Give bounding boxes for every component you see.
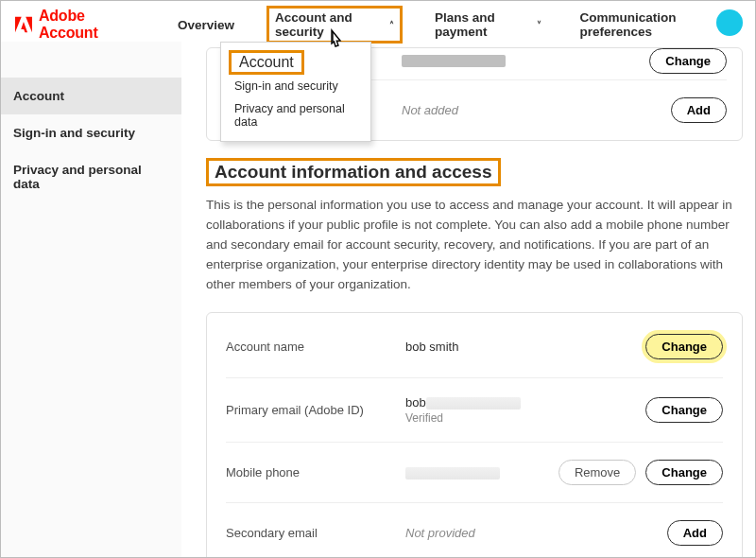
row-account-name: Account name bob smith Change — [226, 317, 723, 377]
remove-mobile-button[interactable]: Remove — [558, 460, 636, 485]
chevron-up-icon: ˄ — [389, 20, 394, 30]
brand-text: Adobe Account — [39, 8, 136, 42]
primary-email-prefix: bob — [405, 395, 426, 410]
redacted-phone — [405, 467, 500, 480]
chevron-down-icon: ˅ — [537, 20, 541, 30]
nav-communication-label: Communication preferences — [579, 10, 727, 39]
dropdown-item-account-label: Account — [229, 50, 304, 75]
dropdown-item-signin[interactable]: Sign-in and security — [221, 75, 370, 97]
row-secondary-email: Secondary email Not provided Add — [226, 502, 723, 558]
value-primary-email: bob Verified — [405, 395, 645, 425]
nav-overview[interactable]: Overview — [172, 14, 240, 36]
account-security-dropdown: Account Sign-in and security Privacy and… — [220, 42, 371, 142]
value-account-name: bob smith — [405, 340, 645, 354]
nav-plans[interactable]: Plans and payment ˅ — [429, 7, 548, 43]
avatar[interactable] — [716, 9, 743, 36]
brand[interactable]: Adobe Account — [15, 8, 136, 42]
row-mobile-phone: Mobile phone Remove Change — [226, 442, 723, 502]
primary-email-status: Verified — [405, 411, 645, 425]
account-info-card: Account name bob smith Change Primary em… — [206, 312, 743, 558]
add-secondary-email-button[interactable]: Add — [667, 520, 723, 546]
section-description: This is the personal information you use… — [206, 196, 743, 295]
sidebar: Account Sign-in and security Privacy and… — [0, 42, 181, 558]
sidebar-item-account[interactable]: Account — [0, 78, 181, 114]
sidebar-item-signin[interactable]: Sign-in and security — [0, 114, 181, 151]
value-mobile-phone — [405, 465, 558, 480]
nav-plans-label: Plans and payment — [435, 10, 534, 39]
dropdown-item-privacy[interactable]: Privacy and personal data — [221, 97, 370, 133]
label-account-name: Account name — [226, 340, 405, 354]
label-primary-email: Primary email (Adobe ID) — [226, 403, 405, 417]
sidebar-item-privacy[interactable]: Privacy and personal data — [0, 151, 181, 202]
change-button[interactable]: Change — [649, 48, 727, 74]
add-button[interactable]: Add — [671, 97, 727, 123]
change-mobile-button[interactable]: Change — [645, 460, 723, 485]
cursor-pointer-icon — [325, 28, 348, 55]
top-nav: Overview Account and security ˄ Plans an… — [172, 6, 741, 44]
adobe-logo-icon — [15, 16, 32, 33]
top-header: Adobe Account Overview Account and secur… — [0, 0, 756, 42]
section-title: Account information and access — [215, 162, 492, 183]
section-title-highlight: Account information and access — [206, 158, 501, 186]
change-account-name-button[interactable]: Change — [645, 334, 723, 359]
redacted-email — [426, 397, 521, 410]
redacted-value — [402, 55, 506, 67]
change-primary-email-button[interactable]: Change — [645, 397, 723, 423]
label-secondary-email: Secondary email — [226, 526, 405, 540]
row-primary-email: Primary email (Adobe ID) bob Verified Ch… — [226, 377, 723, 442]
value-secondary-email: Not provided — [405, 526, 667, 540]
dropdown-item-account[interactable]: Account — [221, 50, 370, 75]
row-value-not-added: Not added — [402, 103, 671, 117]
label-mobile-phone: Mobile phone — [226, 465, 405, 480]
